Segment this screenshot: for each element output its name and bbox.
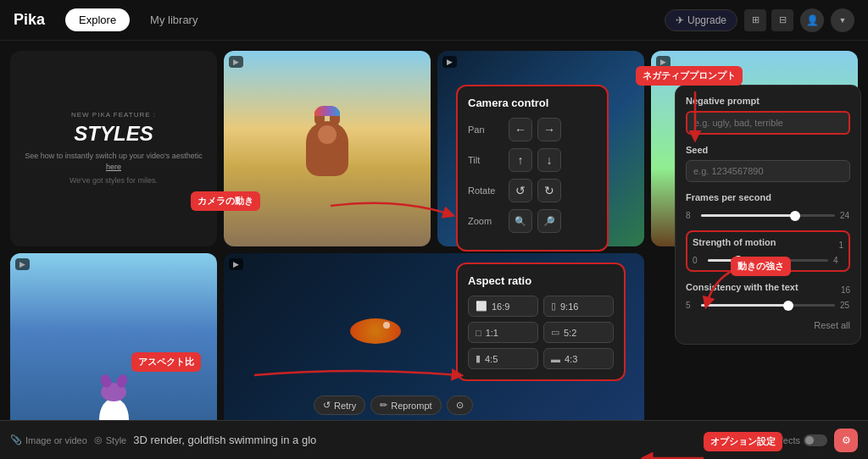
- options-annotation: オプション設定: [704, 432, 782, 451]
- styles-title: STYLES: [74, 122, 153, 146]
- topbar-icons: ⊞ ⊟: [744, 9, 793, 31]
- fps-slider[interactable]: [701, 214, 835, 217]
- fps-max: 24: [840, 211, 850, 220]
- retry-icon: ↺: [323, 400, 331, 411]
- strength-max: 4: [833, 256, 843, 265]
- fps-header: Frames per second: [686, 192, 850, 207]
- aspect-9-16-icon: ▯: [551, 301, 556, 312]
- edit-icon: ✏: [380, 400, 387, 411]
- library-button[interactable]: My library: [136, 8, 211, 31]
- goldfish-card-label: ▶: [229, 258, 243, 270]
- zoom-in-button[interactable]: 🔍: [509, 209, 532, 233]
- video-actions: ↺ Retry ✏ Reprompt ⊙: [314, 395, 473, 415]
- plane-icon: ✈: [676, 14, 684, 26]
- styles-link[interactable]: here: [106, 163, 121, 171]
- aspect-16-9-icon: ⬜: [476, 301, 487, 312]
- new-feature-label: NEW PIKA FEATURE :: [71, 111, 156, 119]
- seed-input[interactable]: [686, 160, 850, 182]
- styles-card: NEW PIKA FEATURE : STYLES See how to ins…: [10, 51, 217, 246]
- camera-arrow: [314, 180, 466, 231]
- aspect-9-16[interactable]: ▯ 9:16: [543, 296, 614, 317]
- toggle-switch[interactable]: [804, 434, 827, 446]
- zoom-row: Zoom 🔍 🔎: [468, 209, 597, 233]
- rotate-cw-button[interactable]: ↻: [537, 179, 561, 202]
- style-button[interactable]: ◎ Style: [94, 434, 126, 445]
- negative-arrow: [670, 87, 721, 147]
- pan-left-button[interactable]: ←: [509, 118, 532, 141]
- aspect-4-3[interactable]: ▬ 4:3: [543, 348, 614, 369]
- toggle-knob: [805, 436, 814, 445]
- rotate-ccw-button[interactable]: ↺: [509, 179, 532, 202]
- app-logo: Pika: [14, 11, 45, 29]
- fps-fill: [701, 214, 795, 217]
- aspect-ratio-panel: Aspect ratio ⬜ 16:9 ▯ 9:16 □ 1:1 ▭ 5:2 ▮…: [456, 263, 626, 381]
- fps-thumb[interactable]: [790, 211, 800, 221]
- strength-annotation: 動きの強さ: [731, 257, 791, 276]
- consistency-value: 16: [841, 285, 850, 295]
- deer-card-label: ▶: [229, 56, 243, 68]
- tilt-label: Tilt: [468, 155, 505, 165]
- retry-button[interactable]: ↺ Retry: [314, 395, 365, 415]
- zoom-out-button[interactable]: 🔎: [537, 209, 561, 233]
- fps-slider-row: 8 24: [686, 211, 850, 220]
- settings-button[interactable]: ⚙: [834, 429, 858, 452]
- aspect-16-9[interactable]: ⬜ 16:9: [468, 296, 538, 317]
- topbar: Pika Explore My library ✈ Upgrade ⊞ ⊟ 👤 …: [0, 0, 868, 41]
- negative-annotation: ネガティブプロンプト: [636, 66, 743, 86]
- styles-desc: See how to instantly switch up your vide…: [20, 151, 207, 172]
- reset-all-button[interactable]: Reset all: [686, 320, 850, 330]
- bird-card-label: ▶: [442, 56, 457, 68]
- consistency-thumb[interactable]: [783, 301, 793, 311]
- rotate-row: Rotate ↺ ↻: [468, 179, 597, 202]
- rotate-label: Rotate: [468, 185, 505, 196]
- grid-icon[interactable]: ⊞: [744, 9, 766, 31]
- aspect-ratio-title: Aspect ratio: [468, 274, 614, 287]
- aspect-5-2-icon: ▭: [551, 327, 559, 338]
- strength-header: Strength of motion 1: [693, 237, 843, 252]
- rotate-buttons: ↺ ↻: [509, 179, 561, 202]
- image-or-video-button[interactable]: 📎 Image or video: [10, 434, 87, 445]
- reprompt-button[interactable]: ✏ Reprompt: [370, 395, 441, 415]
- more-button[interactable]: ⊙: [447, 395, 473, 415]
- consistency-max: 25: [840, 301, 850, 310]
- aspect-1-1-icon: □: [476, 328, 481, 338]
- pan-buttons: ← →: [509, 118, 561, 141]
- layout-icon[interactable]: ⊟: [771, 9, 793, 31]
- aspect-4-5[interactable]: ▮ 4:5: [468, 348, 538, 369]
- fps-label: Frames per second: [686, 192, 771, 202]
- more-icon: ⊙: [456, 400, 464, 411]
- tilt-down-button[interactable]: ↓: [537, 148, 561, 172]
- user-avatar[interactable]: 👤: [800, 8, 824, 32]
- aspect-4-5-icon: ▮: [476, 353, 481, 364]
- anime-card-label: ▶: [15, 258, 30, 270]
- seed-section: Seed: [686, 145, 850, 182]
- chevron-down-icon[interactable]: ▼: [831, 8, 854, 32]
- topbar-right: ✈ Upgrade ⊞ ⊟ 👤 ▼: [665, 8, 854, 32]
- pan-right-button[interactable]: →: [537, 118, 561, 141]
- aspect-1-1[interactable]: □ 1:1: [468, 322, 538, 343]
- strength-value: 1: [838, 241, 843, 250]
- camera-panel-title: Camera control: [468, 97, 597, 109]
- tilt-buttons: ↑ ↓: [509, 148, 561, 172]
- paperclip-icon: 📎: [10, 434, 22, 445]
- zoom-buttons: 🔍 🔎: [509, 209, 561, 233]
- tilt-row: Tilt ↑ ↓: [468, 148, 597, 172]
- fps-section: Frames per second 8 24: [686, 192, 850, 220]
- consistency-min: 5: [686, 301, 696, 310]
- aspect-arrow: [246, 354, 475, 396]
- tilt-up-button[interactable]: ↑: [509, 148, 532, 172]
- aspect-5-2[interactable]: ▭ 5:2: [543, 322, 614, 343]
- aspect-annotation: アスペクト比: [131, 352, 201, 372]
- strength-label: Strength of motion: [693, 237, 776, 247]
- fps-min: 8: [686, 211, 696, 220]
- explore-button[interactable]: Explore: [65, 8, 130, 31]
- pan-label: Pan: [468, 124, 505, 135]
- aspect-ratio-grid: ⬜ 16:9 ▯ 9:16 □ 1:1 ▭ 5:2 ▮ 4:5 ▬ 4:3: [468, 296, 614, 369]
- camera-control-panel: Camera control Pan ← → Tilt ↑ ↓ Rotate ↺…: [456, 85, 609, 252]
- camera-annotation: カメラの動き: [191, 191, 260, 211]
- styles-tagline: We've got styles for miles.: [70, 175, 158, 186]
- aspect-4-3-icon: ▬: [551, 354, 560, 364]
- style-icon: ◎: [94, 434, 103, 445]
- upgrade-button[interactable]: ✈ Upgrade: [665, 9, 737, 31]
- main-area: NEW PIKA FEATURE : STYLES See how to ins…: [0, 41, 868, 459]
